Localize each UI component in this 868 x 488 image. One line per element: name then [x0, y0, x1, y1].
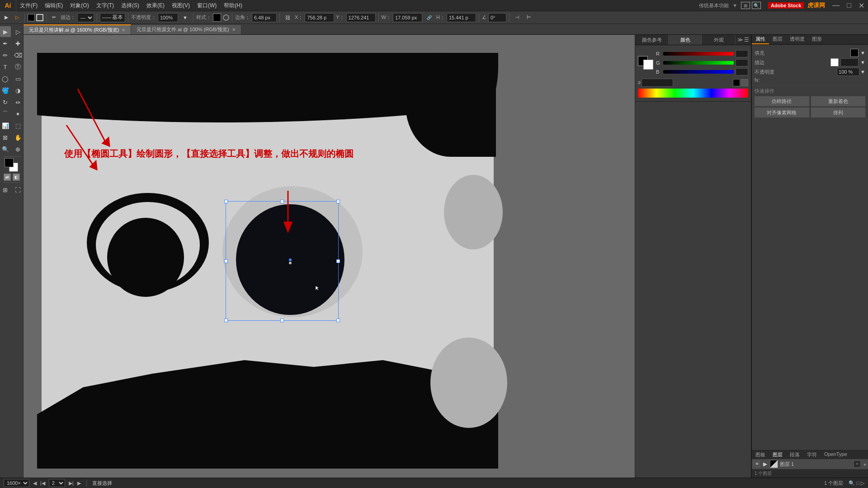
menu-file[interactable]: 文件(F)	[16, 0, 41, 11]
opacity-input[interactable]	[158, 13, 178, 22]
menu-effect[interactable]: 效果(E)	[143, 0, 168, 11]
minimize-btn[interactable]: —	[829, 1, 843, 9]
rect-tool[interactable]: ▭	[13, 73, 24, 84]
warp-tool[interactable]: ⌒	[0, 108, 11, 119]
menu-help[interactable]: 帮助(H)	[220, 0, 246, 11]
type-path-tool[interactable]: Ⓣ	[13, 61, 24, 72]
stroke-width-prop[interactable]	[840, 58, 859, 66]
opacity-btn[interactable]: ▼	[180, 13, 190, 23]
hex-input[interactable]	[642, 79, 673, 87]
maximize-btn[interactable]: □	[843, 1, 855, 9]
qa-btn-color[interactable]: 重新着色	[811, 96, 866, 106]
tab-1[interactable]: 元旦是只熊源文件.ai @ 100% (RGB/预览) ✕	[131, 24, 241, 34]
foreground-color[interactable]	[5, 158, 14, 167]
opacity-val-input[interactable]	[837, 68, 859, 76]
align-left-btn[interactable]: ⊣	[512, 13, 522, 23]
color-mode-fill[interactable]	[733, 79, 740, 86]
color-mode-stroke[interactable]	[741, 79, 748, 86]
layer-add-btn[interactable]: +	[854, 460, 861, 468]
prev-page-btn[interactable]: ◀	[33, 480, 37, 486]
default-colors-icon[interactable]: ◐	[13, 174, 20, 181]
tab-close-0[interactable]: ✕	[122, 28, 125, 33]
direct-select-tool-btn[interactable]: ▷	[13, 13, 22, 23]
paragraph-tab[interactable]: 段落	[786, 450, 803, 459]
slice-tool[interactable]: ⊠	[0, 132, 11, 143]
graph-tool[interactable]: 📊	[0, 120, 11, 131]
g-input[interactable]	[736, 59, 748, 66]
eraser-tool[interactable]: ⌫	[13, 50, 24, 61]
fill-swatch[interactable]	[28, 14, 35, 21]
color-tab[interactable]: 颜色	[669, 35, 702, 45]
stroke-swatch[interactable]	[36, 14, 43, 21]
handle-bl[interactable]	[224, 319, 228, 322]
panel-menu-icon[interactable]: ☰	[744, 37, 749, 43]
qa-btn-align-pixel[interactable]: 对齐像素网格	[755, 108, 809, 117]
stroke-select[interactable]: —	[77, 13, 94, 22]
paintbucket-tool[interactable]: 🪣	[0, 85, 11, 96]
gradient-tool[interactable]: ◑	[13, 85, 24, 96]
menu-object[interactable]: 对象(O)	[66, 0, 92, 11]
pen-tool[interactable]: ✒	[0, 38, 11, 49]
b-slider[interactable]	[663, 70, 734, 74]
fill-color-swatch[interactable]	[850, 49, 859, 57]
x-input[interactable]	[305, 13, 334, 22]
artboard-tool[interactable]: ⬚	[13, 120, 24, 131]
select-tool-btn[interactable]: ▶	[2, 13, 11, 23]
h-input[interactable]	[447, 13, 476, 22]
handle-br[interactable]	[336, 319, 340, 322]
props-tab-transparency[interactable]: 透明度	[786, 35, 808, 44]
add-anchor-tool[interactable]: ✚	[13, 38, 24, 49]
artboard-tab[interactable]: 图板	[752, 450, 769, 459]
menu-text[interactable]: 文字(T)	[93, 0, 118, 11]
color-ref-tab[interactable]: 颜色参考	[635, 35, 669, 45]
g-slider[interactable]	[663, 61, 734, 65]
page-first-btn[interactable]: |◀	[40, 480, 45, 486]
qa-btn-arrange[interactable]: 排列	[811, 108, 866, 117]
panel-expand-icon[interactable]: ≫	[737, 37, 743, 43]
align-right-btn[interactable]: ⊢	[524, 13, 534, 23]
layer-expand-btn[interactable]: ▶	[762, 461, 768, 467]
handle-bm[interactable]	[280, 319, 284, 322]
angle-input[interactable]	[488, 13, 506, 22]
color-spectrum[interactable]	[638, 89, 748, 98]
status-icons[interactable]: 🔍 □ ▷	[849, 480, 864, 486]
marker-btn[interactable]: ✏	[49, 13, 59, 23]
rotate-tool[interactable]: ↻	[0, 97, 11, 108]
qa-btn-path[interactable]: 仿样路径	[755, 96, 809, 106]
page-last-btn[interactable]: ▶|	[69, 480, 74, 486]
stroke-color-swatch[interactable]	[830, 58, 839, 66]
next-page-btn[interactable]: ▶	[77, 480, 81, 486]
direct-select-tool[interactable]: ▷	[13, 26, 24, 37]
tab-0[interactable]: 元旦是只熊讲解.ai @ 1600% (RGB/预览) ✕	[24, 24, 131, 34]
layers-tab[interactable]: 图层	[769, 450, 786, 459]
selection-tool[interactable]: ▶	[0, 26, 11, 37]
preview-mode-btn[interactable]: ⊞	[0, 184, 11, 195]
b-input[interactable]	[736, 68, 748, 75]
scale-tool[interactable]: ⇔	[13, 97, 24, 108]
transform-link-btn[interactable]: ⛓	[283, 13, 293, 23]
corner-input[interactable]	[252, 13, 277, 22]
w-input[interactable]	[393, 13, 422, 22]
y-input[interactable]	[346, 13, 376, 22]
full-screen-btn[interactable]: ⛶	[13, 184, 24, 195]
link-wh-btn[interactable]: 🔗	[424, 13, 434, 23]
ellipse-tool[interactable]: ◯	[0, 73, 11, 84]
menu-select[interactable]: 选择(S)	[118, 0, 143, 11]
swap-colors-icon[interactable]: ⇄	[4, 174, 11, 181]
props-tab-graphic[interactable]: 图形	[808, 35, 826, 44]
r-slider[interactable]	[663, 52, 734, 56]
symbol-tool[interactable]: ✦	[13, 108, 24, 119]
pencil-tool[interactable]: ✏	[0, 50, 11, 61]
menu-view[interactable]: 视图(V)	[168, 0, 193, 11]
opentype-tab[interactable]: OpenType	[821, 450, 851, 459]
close-btn[interactable]: ✕	[855, 1, 868, 10]
type-tool[interactable]: T	[0, 61, 11, 72]
character-tab[interactable]: 字符	[803, 450, 821, 459]
appearance-tab[interactable]: 外观	[702, 35, 736, 45]
menu-edit[interactable]: 编辑(E)	[41, 0, 66, 11]
props-tab-attributes[interactable]: 属性	[752, 35, 769, 44]
measure-tool[interactable]: ⊕	[13, 144, 24, 155]
r-input[interactable]	[736, 50, 748, 57]
color-bg-swatch[interactable]	[643, 60, 653, 70]
page-select[interactable]: 2	[49, 479, 65, 487]
